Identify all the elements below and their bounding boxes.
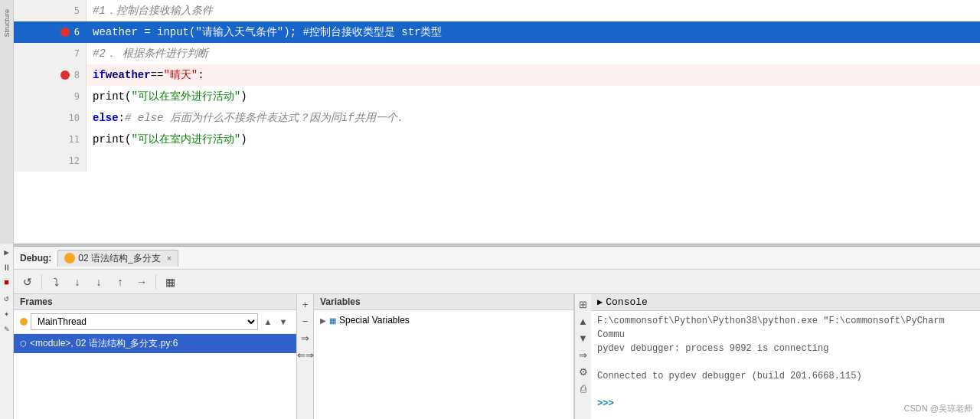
code-line-11: 11 print("可以在室内进行活动")	[14, 129, 980, 150]
console-line-1: pydev debugger: process 9092 is connecti…	[597, 342, 974, 355]
line-gutter-12: 12	[14, 150, 87, 172]
thread-arrows: ▲ ▼	[261, 315, 290, 329]
thread-status-dot	[20, 318, 28, 326]
stop-icon[interactable]: ■	[2, 277, 12, 288]
code-line-5: 5#1．控制台接收输入条件	[14, 0, 980, 21]
thread-select[interactable]: MainThread	[31, 313, 258, 330]
console-title: Console	[606, 296, 648, 308]
tab-icon	[64, 253, 75, 264]
line-gutter-5: 5	[14, 0, 87, 21]
editor-area: 5#1．控制台接收输入条件6weather = input("请输入天气条件")…	[0, 0, 980, 244]
rerun-debug-button[interactable]: ↺	[18, 273, 37, 291]
set-value-button[interactable]: ⇐⇒	[299, 348, 312, 362]
console-toolbar: ⊞ ▲ ▼ ⇒ ⚙ ⎙	[574, 294, 591, 419]
console-restore-button[interactable]: ⇒	[577, 348, 590, 362]
pause-icon[interactable]: ⏸	[2, 262, 12, 273]
variables-title: Variables	[320, 296, 361, 307]
line-number-7: 7	[74, 48, 80, 59]
line-gutter-7: 7	[14, 43, 87, 64]
line-content-12	[87, 150, 980, 172]
code-line-8: 8if weather =="晴天":	[14, 64, 980, 86]
thread-down-button[interactable]: ▼	[276, 315, 290, 329]
frame-label-0: <module>, 02 语法结构_多分支.py:6	[30, 337, 178, 350]
breakpoint-dot-8[interactable]	[60, 70, 70, 80]
line-content-10: else: # else 后面为什么不接条件表达式？因为同if共用一个.	[87, 107, 980, 129]
line-content-5: #1．控制台接收输入条件	[87, 0, 980, 21]
console-line-4	[597, 383, 974, 397]
debug-content: Frames MainThread ▲ ▼ ⬡<mo	[14, 294, 980, 419]
console-panel: ▶ Console F:\commonsoft\Python\Python38\…	[591, 294, 980, 419]
line-number-12: 12	[69, 155, 80, 166]
console-line-3: Connected to pydev debugger (build 201.6…	[597, 369, 974, 383]
watermark: CSDN @吴琼老师	[904, 403, 972, 414]
frame-icon-0: ⬡	[20, 339, 27, 348]
run-to-cursor-button[interactable]: →	[132, 273, 151, 291]
console-print-button[interactable]: ⎙	[577, 381, 590, 395]
editor-sidebar: Structure	[0, 0, 14, 244]
line-number-11: 11	[69, 134, 80, 145]
tab-name: 02 语法结构_多分支	[78, 252, 160, 265]
variables-toolbar: + − ⇒ ⇐⇒	[297, 294, 314, 419]
copy-value-button[interactable]: ⇒	[299, 331, 312, 345]
line-content-7: #2． 根据条件进行判断	[87, 43, 980, 64]
debug-panel: Debug: 02 语法结构_多分支 × ↺ ⤵ ↓ ↓ ↑ → ▦	[14, 247, 980, 419]
debug-tab-bar: Debug: 02 语法结构_多分支 ×	[14, 247, 980, 270]
rerun-icon[interactable]: ↺	[2, 293, 12, 303]
console-scroll-down-button[interactable]: ▼	[577, 331, 590, 345]
frame-list: ⬡<module>, 02 语法结构_多分支.py:6	[14, 334, 296, 419]
favorites-sidebar: ▶ ⏸ ■ ↺ ✦ ✎	[0, 244, 14, 419]
thread-up-button[interactable]: ▲	[261, 315, 275, 329]
evaluate-button[interactable]: ▦	[161, 273, 179, 291]
console-clear-button[interactable]: ⊞	[577, 297, 590, 311]
code-line-9: 9 print("可以在室外进行活动")	[14, 86, 980, 107]
line-number-9: 9	[74, 91, 80, 102]
step-out-button[interactable]: ↑	[111, 273, 129, 291]
frame-item-0[interactable]: ⬡<module>, 02 语法结构_多分支.py:6	[14, 334, 296, 353]
code-line-6: 6weather = input("请输入天气条件"); #控制台接收类型是 s…	[14, 21, 980, 43]
line-content-6: weather = input("请输入天气条件"); #控制台接收类型是 st…	[87, 21, 980, 43]
code-lines: 5#1．控制台接收输入条件6weather = input("请输入天气条件")…	[14, 0, 980, 244]
code-line-7: 7#2． 根据条件进行判断	[14, 43, 980, 64]
var-label-0: Special Variables	[339, 315, 410, 326]
line-gutter-10: 10	[14, 107, 87, 129]
variables-panel: Variables ▶▦Special Variables	[314, 294, 574, 419]
line-gutter-9: 9	[14, 86, 87, 107]
add-watch-button[interactable]: +	[299, 297, 312, 311]
line-number-5: 5	[74, 5, 80, 16]
debug-toolbar: ↺ ⤵ ↓ ↓ ↑ → ▦	[14, 270, 980, 294]
edit-icon[interactable]: ✎	[2, 323, 12, 334]
frames-header: Frames	[14, 294, 296, 310]
debug-label: Debug:	[20, 253, 51, 264]
debug-tab[interactable]: 02 语法结构_多分支 ×	[57, 250, 178, 267]
line-number-6: 6	[74, 27, 80, 38]
resume-icon[interactable]: ▶	[2, 247, 12, 257]
tab-close-button[interactable]: ×	[167, 254, 172, 263]
console-settings-button[interactable]: ⚙	[577, 365, 590, 378]
console-header: ▶ Console	[591, 294, 980, 311]
line-content-8: if weather =="晴天":	[87, 64, 980, 86]
variables-header: Variables	[314, 294, 573, 310]
step-into-button[interactable]: ↓	[68, 273, 87, 291]
var-arrow-0: ▶	[320, 316, 326, 325]
var-type-icon-0: ▦	[329, 316, 336, 325]
frames-title: Frames	[20, 296, 53, 307]
frames-panel: Frames MainThread ▲ ▼ ⬡<mo	[14, 294, 297, 419]
line-gutter-6: 6	[14, 21, 87, 43]
variables-tree: ▶▦Special Variables	[314, 310, 573, 419]
console-icon: ▶	[597, 296, 603, 308]
structure-label: Structure	[3, 9, 11, 38]
bookmark-icon[interactable]: ✦	[2, 308, 12, 319]
line-content-11: print("可以在室内进行活动")	[87, 129, 980, 150]
step-into-my-code-button[interactable]: ↓	[90, 273, 108, 291]
code-line-10: 10else: # else 后面为什么不接条件表达式？因为同if共用一个.	[14, 107, 980, 129]
toolbar-separator-1	[41, 274, 42, 290]
toolbar-separator-2	[155, 274, 156, 290]
breakpoint-dot-6[interactable]	[60, 28, 70, 37]
step-over-button[interactable]: ⤵	[47, 273, 65, 291]
console-line-2	[597, 355, 974, 369]
code-line-12: 12	[14, 150, 980, 172]
thread-selector: MainThread ▲ ▼	[14, 310, 296, 334]
var-item-0[interactable]: ▶▦Special Variables	[317, 313, 570, 327]
console-scroll-up-button[interactable]: ▲	[577, 314, 590, 328]
remove-watch-button[interactable]: −	[299, 314, 312, 328]
